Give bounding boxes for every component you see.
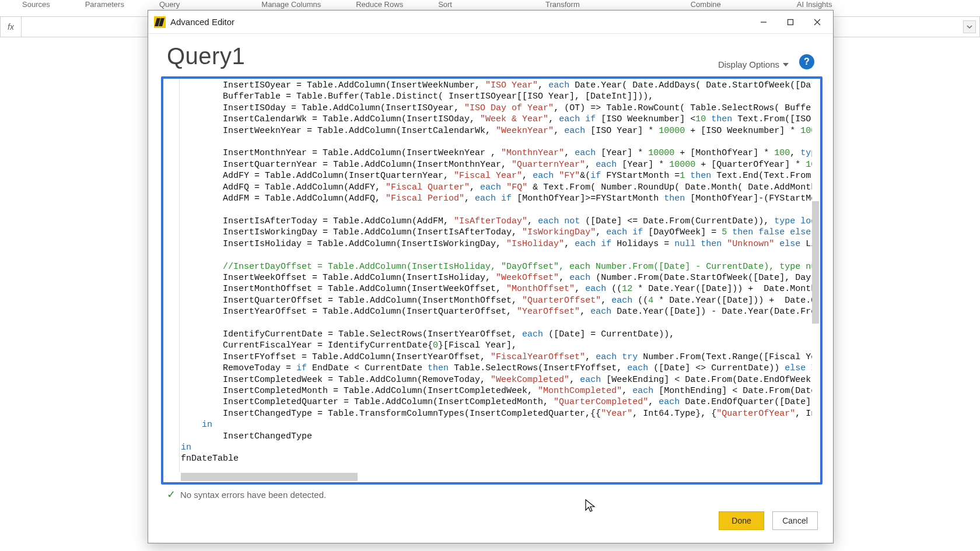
title-bar: Advanced Editor [148, 10, 833, 34]
close-button[interactable] [804, 11, 831, 33]
ribbon-item[interactable]: Transform [528, 0, 597, 5]
code-editor[interactable]: InsertISOyear = Table.AddColumn(InsertWe… [163, 79, 820, 482]
caret-down-icon [783, 63, 789, 66]
code-text[interactable]: InsertISOyear = Table.AddColumn(InsertWe… [181, 80, 812, 472]
dialog-footer: Done Cancel [148, 501, 833, 543]
code-editor-frame: InsertISOyear = Table.AddColumn(InsertWe… [161, 76, 822, 485]
done-button[interactable]: Done [719, 511, 764, 530]
ribbon-item[interactable]: Sort [421, 0, 470, 5]
ribbon-item[interactable]: Query [142, 0, 197, 5]
minimize-button[interactable] [750, 11, 777, 33]
ribbon-item[interactable]: Combine [673, 0, 738, 5]
advanced-editor-dialog: Advanced Editor Query1 Display Options ?… [148, 10, 834, 543]
status-text: No syntax errors have been detected. [180, 490, 326, 500]
query-name: Query1 [167, 43, 245, 69]
cancel-button[interactable]: Cancel [772, 511, 818, 530]
ribbon-item[interactable]: Parameters [68, 0, 142, 5]
help-button[interactable]: ? [799, 54, 814, 69]
dialog-title: Advanced Editor [170, 17, 235, 27]
check-icon: ✓ [167, 488, 176, 501]
ribbon-item[interactable]: Reduce Rows [338, 0, 421, 5]
ribbon-tabs: Sources Parameters Query Manage Columns … [0, 0, 980, 5]
sub-header: Query1 Display Options ? [148, 34, 833, 76]
fx-label: fx [1, 17, 22, 37]
maximize-button[interactable] [777, 11, 804, 33]
power-bi-icon [154, 16, 166, 28]
horizontal-scrollbar[interactable] [181, 473, 549, 481]
ribbon-item[interactable]: Sources [5, 0, 68, 5]
svg-rect-1 [788, 19, 793, 24]
ribbon-item[interactable]: Manage Columns [244, 0, 338, 5]
vertical-scrollbar[interactable] [812, 201, 819, 364]
line-gutter [163, 79, 180, 472]
syntax-status: ✓ No syntax errors have been detected. [148, 487, 833, 501]
chevron-down-icon[interactable] [963, 20, 976, 33]
ribbon-item[interactable]: AI Insights [779, 0, 850, 5]
display-options-dropdown[interactable]: Display Options [718, 59, 789, 69]
